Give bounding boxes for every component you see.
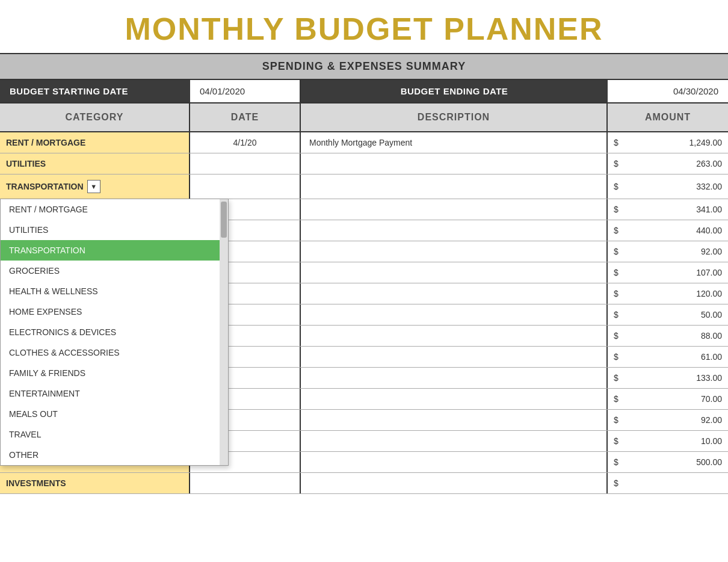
category-text: TRANSPORTATION [6, 182, 84, 191]
category-text: RENT / MORTGAGE [6, 138, 85, 147]
dollar-sign: $ [614, 352, 622, 362]
dollar-sign: $ [614, 373, 622, 383]
cell-description [301, 241, 608, 262]
dropdown-list: RENT / MORTGAGEUTILITIESTRANSPORTATIONGR… [1, 199, 220, 465]
category-text: INVESTMENTS [6, 478, 66, 488]
dollar-sign: $ [614, 138, 622, 147]
dropdown-trigger[interactable]: ▼ [87, 180, 100, 193]
dollar-sign: $ [614, 394, 622, 404]
cell-category[interactable]: TRANSPORTATION ▼ RENT / MORTGAGEUTILITIE… [0, 174, 190, 199]
subtitle-text: SPENDING & EXPENSES SUMMARY [262, 60, 466, 72]
table-header: CATEGORY DATE DESCRIPTION AMOUNT [0, 103, 728, 132]
cell-date [190, 153, 301, 174]
dollar-sign: $ [614, 436, 622, 446]
dollar-sign: $ [614, 478, 622, 488]
cell-description: Monthly Mortgage Payment [301, 132, 608, 153]
dollar-sign: $ [614, 310, 622, 320]
amount-value: 500.00 [625, 457, 722, 467]
cell-description [301, 452, 608, 472]
cell-amount: $ 107.00 [608, 262, 728, 283]
cell-amount: $ 341.00 [608, 199, 728, 220]
amount-value: 263.00 [625, 159, 722, 168]
dollar-sign: $ [614, 268, 622, 277]
cell-amount: $ 92.00 [608, 241, 728, 262]
cell-category: RENT / MORTGAGE [0, 132, 190, 153]
cell-category: INVESTMENTS [0, 473, 190, 493]
cell-amount: $ 440.00 [608, 220, 728, 241]
cell-amount: $ 88.00 [608, 326, 728, 346]
cell-amount: $ 61.00 [608, 347, 728, 367]
cell-description [301, 431, 608, 451]
table-body: RENT / MORTGAGE 4/1/20 Monthly Mortgage … [0, 132, 728, 494]
title-bar: MONTHLY BUDGET PLANNER [0, 0, 728, 53]
date-text: 4/1/20 [233, 138, 257, 147]
amount-value: 70.00 [625, 394, 722, 404]
amount-value: 1,249.00 [625, 138, 722, 147]
cell-description [301, 347, 608, 367]
amount-value: 332.00 [625, 182, 722, 191]
dropdown-item[interactable]: MEALS OUT [1, 404, 220, 424]
dropdown-item[interactable]: ENTERTAINMENT [1, 383, 220, 404]
cell-description [301, 174, 608, 199]
cell-description [301, 473, 608, 493]
header-date: DATE [190, 103, 301, 131]
dropdown-menu: RENT / MORTGAGEUTILITIESTRANSPORTATIONGR… [0, 199, 229, 466]
table-row: RENT / MORTGAGE 4/1/20 Monthly Mortgage … [0, 132, 728, 153]
amount-value: 120.00 [625, 289, 722, 298]
scrollbar-thumb[interactable] [221, 202, 227, 238]
dropdown-item[interactable]: HEALTH & WELLNESS [1, 281, 220, 301]
cell-description [301, 220, 608, 241]
dropdown-item[interactable]: UTILITIES [1, 220, 220, 240]
dollar-sign: $ [614, 159, 622, 168]
dropdown-item[interactable]: RENT / MORTGAGE [1, 199, 220, 220]
dropdown-item[interactable]: HOME EXPENSES [1, 301, 220, 322]
cell-description [301, 368, 608, 388]
cell-category: UTILITIES [0, 153, 190, 174]
dropdown-item[interactable]: ELECTRONICS & DEVICES [1, 322, 220, 342]
header-category: CATEGORY [0, 103, 190, 131]
dollar-sign: $ [614, 182, 622, 191]
amount-value: 440.00 [625, 226, 722, 235]
amount-value: 61.00 [625, 352, 722, 362]
amount-value: 92.00 [625, 247, 722, 256]
cell-description [301, 326, 608, 346]
header-amount: AMOUNT [608, 103, 728, 131]
cell-amount: $ 10.00 [608, 431, 728, 451]
scrollbar-track[interactable] [220, 199, 228, 465]
cell-amount: $ 120.00 [608, 283, 728, 304]
dollar-sign: $ [614, 457, 622, 467]
dropdown-item[interactable]: TRANSPORTATION [1, 240, 220, 261]
dropdown-item[interactable]: FAMILY & FRIENDS [1, 363, 220, 383]
category-text: UTILITIES [6, 159, 46, 168]
dollar-sign: $ [614, 226, 622, 235]
app-container: MONTHLY BUDGET PLANNER SPENDING & EXPENS… [0, 0, 728, 494]
budget-start-value: 04/01/2020 [190, 80, 301, 102]
cell-amount: $ 50.00 [608, 304, 728, 325]
amount-value: 10.00 [625, 436, 722, 446]
dropdown-item[interactable]: CLOTHES & ACCESSORIES [1, 342, 220, 363]
cell-date [190, 174, 301, 199]
subtitle-bar: SPENDING & EXPENSES SUMMARY [0, 53, 728, 80]
cell-date [190, 473, 301, 493]
cell-amount: $ 1,249.00 [608, 132, 728, 153]
amount-value: 341.00 [625, 205, 722, 214]
dollar-sign: $ [614, 247, 622, 256]
dropdown-item[interactable]: OTHER [1, 445, 220, 465]
budget-end-label: BUDGET ENDING DATE [301, 80, 608, 102]
cell-description [301, 283, 608, 304]
dollar-sign: $ [614, 331, 622, 341]
cell-amount: $ [608, 473, 728, 493]
dropdown-item[interactable]: TRAVEL [1, 424, 220, 445]
cell-amount: $ 332.00 [608, 174, 728, 199]
amount-value: 133.00 [625, 373, 722, 383]
amount-value: 107.00 [625, 268, 722, 277]
page-title: MONTHLY BUDGET PLANNER [0, 11, 728, 47]
table-row: TRANSPORTATION ▼ RENT / MORTGAGEUTILITIE… [0, 174, 728, 199]
cell-amount: $ 263.00 [608, 153, 728, 174]
amount-value: 88.00 [625, 331, 722, 341]
budget-start-label: BUDGET STARTING DATE [0, 80, 190, 102]
cell-amount: $ 500.00 [608, 452, 728, 472]
dropdown-item[interactable]: GROCERIES [1, 261, 220, 281]
cell-description [301, 153, 608, 174]
cell-date: 4/1/20 [190, 132, 301, 153]
